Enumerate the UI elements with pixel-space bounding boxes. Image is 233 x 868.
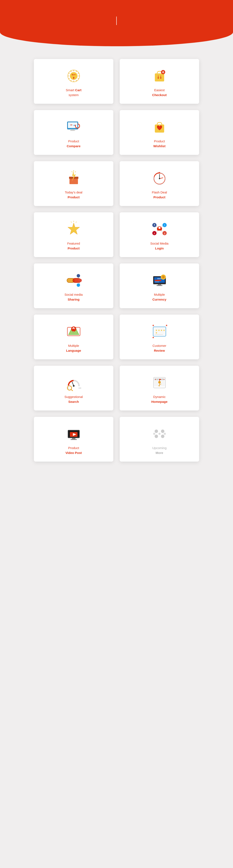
svg-line-69 [161, 226, 163, 227]
suggestional-search-label: SuggestionalSearch [64, 395, 83, 404]
svg-point-141 [155, 430, 158, 433]
svg-point-145 [159, 433, 161, 435]
smart-cart-icon: BUY [65, 67, 82, 85]
card-multiple-currency: GO!!! $ MultipleCurrency [120, 264, 199, 308]
svg-rect-138 [72, 438, 75, 439]
multiple-currency-label: MultipleCurrency [153, 292, 166, 302]
card-multiple-language: MultipleLanguage [34, 315, 113, 359]
page-header [0, 0, 233, 46]
card-product-video: ProductVideo Post [34, 417, 113, 462]
svg-rect-108 [155, 334, 163, 335]
card-label-line1: Multiple [66, 343, 81, 348]
card-label-line1: Customer [153, 343, 166, 348]
card-label-line1: Featured [67, 241, 80, 246]
svg-text:100: 100 [78, 387, 81, 389]
card-upcoming-more: UpcomingMore [120, 417, 199, 462]
svg-line-70 [157, 230, 158, 232]
svg-marker-54 [68, 223, 80, 235]
svg-line-68 [157, 226, 158, 227]
card-label-bold: More [152, 451, 167, 456]
svg-point-126 [158, 381, 161, 383]
svg-text:★: ★ [155, 331, 158, 334]
svg-rect-87 [158, 284, 161, 285]
svg-point-113 [68, 385, 69, 386]
product-wishlist-label: ProductWishlist [153, 139, 165, 149]
flash-deal-icon [151, 170, 168, 187]
social-media-login-icon: f t g p [151, 221, 168, 238]
card-label-bold: Checkout [152, 93, 166, 98]
multiple-language-label: MultipleLanguage [66, 343, 81, 353]
svg-text:g: g [164, 232, 165, 235]
social-media-login-label: Social MediaLogin [151, 241, 169, 251]
todays-deal-icon [65, 170, 82, 187]
svg-line-43 [72, 172, 72, 172]
card-label-bold: Wishlist [153, 144, 165, 149]
svg-point-110 [73, 385, 74, 387]
svg-rect-88 [157, 285, 163, 286]
svg-point-77 [78, 279, 82, 282]
card-label-line1: Today's deal [65, 190, 82, 195]
svg-text:t: t [164, 224, 165, 226]
multiple-currency-icon: GO!!! $ [151, 272, 168, 289]
card-suggestional-search: 0 100 SuggestionalSearch [34, 366, 113, 410]
product-video-label: ProductVideo Post [65, 446, 82, 455]
multiple-language-icon [65, 323, 82, 340]
svg-point-147 [164, 433, 166, 435]
features-grid: BUY Smart Cartsystem EasiestCheckout [21, 55, 212, 474]
card-label-line1: Product [65, 446, 82, 451]
card-label-line1: Flash Deal [152, 190, 167, 195]
card-label-bold: Language [66, 348, 81, 353]
svg-text:★: ★ [160, 329, 163, 332]
svg-rect-86 [155, 281, 159, 282]
svg-line-42 [75, 172, 76, 172]
svg-text:p: p [154, 232, 155, 235]
svg-text:★: ★ [163, 329, 165, 332]
card-label-line1: Multiple [153, 292, 166, 297]
svg-rect-35 [70, 130, 75, 131]
svg-line-56 [76, 222, 76, 222]
smart-cart-label: Smart Cartsystem [66, 88, 81, 97]
card-customer-review: ★ ★ ★ ★ ★ ★ ★ ★ CustomerReview [120, 315, 199, 359]
customer-review-label: CustomerReview [153, 343, 166, 353]
card-label-line2: system [66, 93, 81, 98]
svg-point-78 [77, 283, 80, 287]
card-label-line1: Product [153, 139, 165, 144]
svg-point-144 [161, 435, 164, 438]
card-smart-cart: BUY Smart Cartsystem [34, 59, 113, 104]
svg-point-115 [73, 380, 74, 381]
card-label-bold: Product [65, 195, 82, 200]
svg-text:★: ★ [152, 336, 155, 339]
social-media-sharing-label: Social mediaSharing [65, 292, 83, 302]
card-label-bold: Login [151, 246, 169, 251]
upcoming-more-icon [151, 425, 168, 442]
customer-review-icon: ★ ★ ★ ★ ★ ★ ★ ★ [151, 323, 168, 340]
svg-point-59 [159, 227, 161, 229]
card-label-bold: Review [153, 348, 166, 353]
svg-point-143 [155, 435, 158, 438]
card-easiest-checkout: EasiestCheckout [120, 59, 199, 104]
product-compare-icon [65, 119, 82, 135]
card-label-line1: Suggestional [64, 395, 83, 399]
card-todays-deal: Today's dealProduct [34, 161, 113, 206]
upcoming-more-label: UpcomingMore [152, 446, 167, 455]
header-divider [116, 17, 117, 25]
card-featured-product: FeaturedProduct [34, 212, 113, 257]
product-video-icon [65, 425, 82, 442]
card-label-bold: Search [64, 399, 83, 404]
svg-line-112 [71, 390, 73, 391]
svg-rect-85 [155, 280, 161, 281]
card-label-line1: Upcoming [152, 446, 167, 451]
card-label-bold: Video Post [65, 451, 82, 456]
product-compare-label: ProductCompare [67, 139, 80, 149]
svg-rect-34 [71, 129, 74, 130]
card-label-bold: Sharing [65, 297, 83, 302]
svg-point-48 [159, 178, 160, 179]
card-social-media-sharing: Social mediaSharing [34, 264, 113, 308]
easiest-checkout-label: EasiestCheckout [152, 88, 166, 97]
svg-text:★: ★ [158, 329, 160, 332]
featured-product-label: FeaturedProduct [67, 241, 80, 251]
product-wishlist-icon [151, 119, 168, 135]
card-social-media-login: f t g p Social MediaLogin [120, 212, 199, 257]
svg-line-57 [71, 222, 72, 222]
easiest-checkout-icon [151, 67, 168, 85]
